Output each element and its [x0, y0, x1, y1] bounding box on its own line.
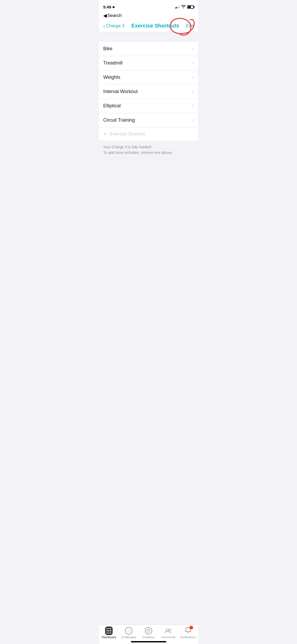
list-item-chevron-icon: › [192, 103, 194, 109]
list-item-chevron-icon: › [192, 60, 194, 66]
list-item-chevron-icon: › [192, 89, 194, 94]
list-item[interactable]: Circuit Training › [99, 113, 198, 127]
nav-back-link[interactable]: ‹ Charge 3 [103, 23, 125, 29]
add-shortcut-row[interactable]: + Exercise Shortcut [99, 127, 198, 141]
exercise-interval-label: Interval Workout [103, 89, 138, 94]
list-item[interactable]: Weights › [99, 70, 198, 85]
list-item-chevron-icon: › [192, 75, 194, 80]
nav-back-label: Charge 3 [106, 23, 125, 29]
status-icons [175, 5, 194, 9]
back-search-label: Search [107, 13, 122, 18]
info-section: Your Charge 3 is fully loaded! To add mo… [99, 141, 198, 159]
back-row: ◀ Search [99, 12, 198, 21]
list-item[interactable]: Elliptical › [99, 99, 198, 113]
back-search-link[interactable]: ◀ Search [103, 13, 122, 19]
add-shortcut-label: Exercise Shortcut [110, 131, 145, 137]
wifi-icon [181, 5, 186, 9]
list-item-chevron-icon: › [192, 117, 194, 123]
nav-header: ‹ Charge 3 Exercise Shortcuts Edit [99, 21, 198, 32]
add-plus-icon: + [103, 131, 107, 137]
list-item[interactable]: Treadmill › [99, 56, 198, 70]
signal-icon [175, 5, 180, 8]
status-bar: 5:49 ▶ [99, 0, 198, 12]
back-chevron-icon: ◀ [103, 13, 107, 19]
exercise-elliptical-label: Elliptical [103, 103, 121, 109]
battery-icon [187, 5, 194, 9]
exercise-weights-label: Weights [103, 75, 120, 80]
exercise-circuit-label: Circuit Training [103, 117, 135, 123]
list-item-chevron-icon: › [192, 46, 194, 52]
info-text: Your Charge 3 is fully loaded! To add mo… [103, 144, 194, 155]
status-time: 5:49 ▶ [103, 5, 115, 9]
page-title: Exercise Shortcuts [125, 23, 186, 29]
section-spacer [99, 32, 198, 42]
exercise-list: Bike › Treadmill › Weights › Interval Wo… [99, 42, 198, 127]
list-item[interactable]: Bike › [99, 42, 198, 56]
edit-button[interactable]: Edit [186, 23, 194, 29]
exercise-treadmill-label: Treadmill [103, 60, 122, 66]
nav-back-chevron-icon: ‹ [103, 23, 105, 29]
list-item[interactable]: Interval Workout › [99, 85, 198, 99]
exercise-bike-label: Bike [103, 46, 112, 52]
